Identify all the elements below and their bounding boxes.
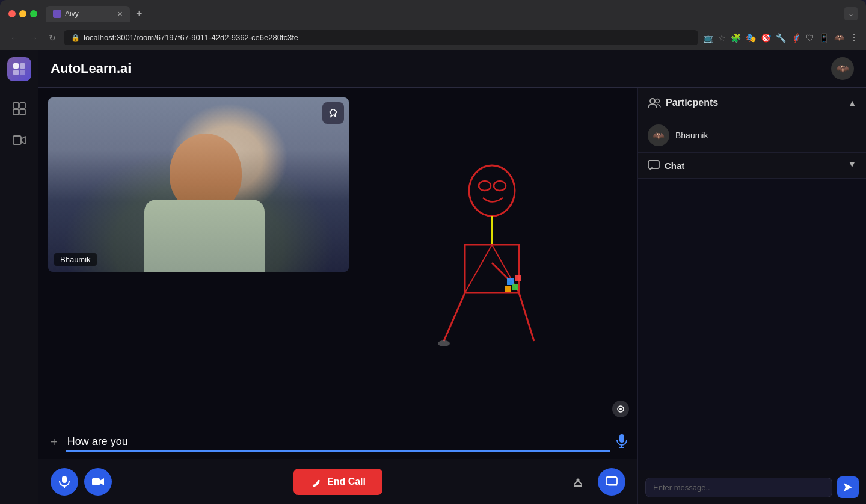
svg-line-21: [444, 293, 465, 341]
close-window-btn[interactable]: [8, 10, 16, 17]
toggle-camera-button[interactable]: [84, 468, 112, 496]
chat-message-input[interactable]: [645, 478, 832, 497]
stick-figure-svg: [408, 143, 588, 371]
svg-rect-31: [92, 478, 100, 485]
mobile-icon[interactable]: 📱: [819, 33, 829, 43]
extension-icon-1[interactable]: 🧩: [731, 33, 741, 43]
browser-toolbar: ← → ↻ 🔒 localhost:3001/room/67197f67-901…: [0, 26, 866, 50]
svg-rect-4: [13, 103, 19, 108]
participants-section: Particpents ▲: [638, 88, 866, 118]
svg-rect-5: [20, 103, 25, 108]
mute-microphone-button[interactable]: [51, 468, 78, 496]
new-tab-button[interactable]: +: [132, 8, 146, 20]
traffic-lights: [8, 10, 37, 17]
controls-left: [51, 468, 112, 496]
send-message-button[interactable]: [837, 476, 859, 498]
extension-icon-3[interactable]: 🎯: [761, 33, 771, 43]
forward-button[interactable]: →: [26, 31, 41, 45]
app-container: AutoLearn.ai 🦇: [0, 50, 866, 504]
minimize-window-btn[interactable]: [19, 10, 26, 17]
svg-rect-6: [13, 109, 19, 115]
extensions-icon[interactable]: 🔧: [776, 33, 786, 43]
participant-avatar-icon: 🦇: [653, 130, 665, 141]
content-wrapper: Bhaumik: [38, 88, 866, 504]
svg-rect-2: [13, 70, 19, 75]
avatar-icon[interactable]: 🦇: [834, 33, 844, 43]
pin-button[interactable]: [322, 102, 344, 124]
origin-control-button[interactable]: [612, 401, 629, 417]
maximize-window-btn[interactable]: [30, 10, 37, 17]
video-user-label: Bhaumik: [54, 253, 97, 266]
bookmark-icon[interactable]: ☆: [718, 33, 726, 43]
svg-rect-18: [515, 275, 521, 281]
speech-text-input[interactable]: [66, 433, 610, 452]
chat-toggle-button[interactable]: [598, 468, 625, 496]
header-avatar[interactable]: 🦇: [831, 57, 854, 80]
reload-button[interactable]: ↻: [46, 31, 59, 45]
tab-bar: Aivy ✕ +: [46, 6, 838, 22]
svg-point-25: [619, 408, 622, 410]
participants-collapse-button[interactable]: ▲: [848, 98, 856, 108]
svg-rect-8: [13, 136, 21, 144]
text-input-area: +: [38, 426, 637, 459]
svg-point-34: [650, 99, 655, 103]
sidebar: [0, 50, 38, 504]
svg-rect-26: [619, 434, 624, 443]
svg-line-22: [519, 293, 534, 341]
share-screen-button[interactable]: [564, 468, 592, 496]
url-text: localhost:3001/room/67197f67-9011-42d2-9…: [84, 33, 691, 42]
text-field-wrapper: [66, 433, 610, 452]
video-area: Bhaumik: [38, 88, 637, 504]
back-button[interactable]: ←: [7, 31, 22, 45]
chat-label: Chat: [665, 161, 684, 171]
svg-rect-1: [20, 63, 25, 69]
browser-chrome: Aivy ✕ + ⌄ ← → ↻ 🔒 localhost:3001/room/6…: [0, 0, 866, 50]
controls-right: [564, 468, 625, 496]
participants-icon: [648, 97, 661, 108]
end-call-button[interactable]: End Call: [293, 469, 382, 495]
controls-center: End Call: [112, 469, 564, 495]
sidebar-item-grid[interactable]: [6, 96, 32, 122]
sidebar-logo: [7, 57, 31, 81]
svg-point-11: [494, 181, 506, 191]
extension-icon-2[interactable]: 🎭: [746, 33, 756, 43]
participant-item-bhaumik: 🦇 Bhaumik: [638, 118, 866, 153]
svg-line-14: [465, 245, 492, 293]
add-content-button[interactable]: +: [48, 433, 60, 452]
chat-header: Chat: [648, 160, 684, 171]
chat-section[interactable]: Chat ▲: [638, 153, 866, 179]
sidebar-item-video[interactable]: [6, 127, 32, 153]
profiles-icon[interactable]: 🦸: [791, 33, 801, 43]
bottom-controls: End Call: [38, 459, 637, 504]
svg-rect-36: [648, 161, 659, 168]
tab-aivy[interactable]: Aivy ✕: [46, 6, 130, 22]
svg-rect-3: [20, 70, 25, 75]
video-main: Bhaumik: [38, 88, 637, 426]
svg-point-23: [438, 340, 450, 346]
tab-close-icon[interactable]: ✕: [117, 10, 123, 18]
microphone-input-icon[interactable]: [616, 434, 628, 451]
participants-label: Particpents: [666, 97, 718, 108]
avatar-icon: 🦇: [836, 62, 849, 75]
cast-icon[interactable]: 📺: [703, 33, 713, 43]
chat-expand-icon[interactable]: ▲: [848, 161, 856, 170]
shield-icon[interactable]: 🛡: [806, 33, 814, 43]
more-options-button[interactable]: ⋮: [849, 32, 859, 43]
chat-icon: [648, 160, 660, 171]
participant-name: Bhaumik: [675, 131, 708, 140]
svg-rect-33: [606, 477, 617, 485]
address-bar[interactable]: 🔒 localhost:3001/room/67197f67-9011-42d2…: [64, 30, 698, 45]
svg-point-32: [577, 479, 580, 482]
svg-point-9: [469, 165, 515, 216]
participants-header: Particpents: [648, 97, 718, 108]
svg-rect-0: [13, 63, 19, 69]
right-panel: Particpents ▲ 🦇 Bhaumik: [637, 88, 866, 504]
main-content: AutoLearn.ai 🦇: [38, 50, 866, 504]
chat-messages: [638, 179, 866, 470]
svg-rect-20: [505, 286, 511, 292]
participant-avatar: 🦇: [648, 124, 669, 146]
ai-visual-area: [358, 88, 637, 426]
svg-rect-29: [62, 476, 67, 483]
svg-point-35: [656, 99, 660, 103]
expand-icon[interactable]: ⌄: [844, 7, 858, 20]
